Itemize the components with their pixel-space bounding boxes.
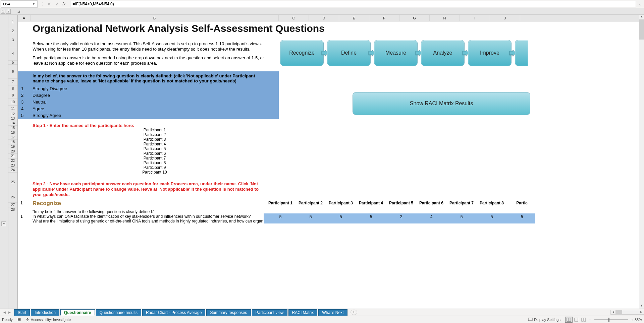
- row-header-10[interactable]: 10: [8, 99, 17, 106]
- participant-name-3[interactable]: Participant 3: [31, 137, 279, 142]
- col-header-G[interactable]: G: [399, 15, 430, 21]
- tab-prev-icon[interactable]: ►: [8, 310, 11, 314]
- process-step-measure[interactable]: Measure: [374, 40, 418, 66]
- response-value-7[interactable]: 5: [446, 214, 477, 219]
- tab-raci-matrix[interactable]: RACI Matrix: [288, 309, 318, 316]
- page-layout-view-icon[interactable]: [573, 317, 580, 323]
- zoom-slider[interactable]: [594, 319, 628, 320]
- zoom-level[interactable]: 85%: [635, 318, 642, 322]
- scroll-right-icon[interactable]: ►: [639, 310, 644, 314]
- row-header-4[interactable]: 4: [8, 47, 17, 61]
- row-header-5[interactable]: 5: [8, 61, 17, 65]
- row-header-22[interactable]: 22: [8, 158, 17, 163]
- participant-name-9[interactable]: Participant 9: [31, 165, 279, 170]
- accept-icon[interactable]: ✓: [54, 1, 60, 7]
- response-value-2[interactable]: 5: [296, 214, 326, 219]
- col-header-A[interactable]: A: [18, 15, 31, 21]
- process-step-next[interactable]: [515, 40, 528, 66]
- tab-first-icon[interactable]: ◄: [3, 310, 6, 314]
- fx-icon[interactable]: fx: [62, 2, 65, 6]
- row-header-26[interactable]: 26: [8, 192, 17, 203]
- horizontal-scroll-thumb[interactable]: [615, 310, 622, 314]
- show-raci-matrix-button[interactable]: Show RACI Matrix Results: [353, 92, 530, 115]
- tab-questionnaire-results[interactable]: Questionnaire results: [96, 309, 141, 316]
- row-header-17[interactable]: 17: [8, 135, 17, 140]
- tab-summary-responses[interactable]: Summary responses: [206, 309, 251, 316]
- scroll-left-icon[interactable]: ◄: [611, 310, 615, 314]
- row-header-18[interactable]: 18: [8, 140, 17, 144]
- process-step-analyze[interactable]: Analyze: [421, 40, 465, 66]
- select-all-triangle[interactable]: ◢: [17, 9, 20, 13]
- display-settings-button[interactable]: Display Settings: [528, 318, 560, 322]
- row-header-12[interactable]: 12: [8, 112, 17, 116]
- zoom-out-button[interactable]: −: [589, 318, 591, 322]
- row-header-28[interactable]: 28: [8, 207, 17, 212]
- response-value-4[interactable]: 5: [356, 214, 386, 219]
- participant-name-5[interactable]: Participant 5: [31, 146, 279, 151]
- col-header-H[interactable]: H: [430, 15, 460, 21]
- zoom-in-button[interactable]: +: [631, 318, 633, 322]
- scroll-down-icon[interactable]: ▼: [639, 304, 644, 309]
- process-step-recognize[interactable]: Recognize: [280, 40, 324, 66]
- process-step-define[interactable]: Define: [327, 40, 371, 66]
- row-header-16[interactable]: 16: [8, 130, 17, 135]
- tab-radar-chart-process-average[interactable]: Radar Chart - Process Average: [142, 309, 206, 316]
- new-sheet-button[interactable]: +: [351, 310, 357, 315]
- accessibility-status[interactable]: Accessibility: Investigate: [25, 318, 71, 322]
- tab-start[interactable]: Start: [14, 309, 30, 316]
- outline-collapse-button[interactable]: −: [1, 221, 6, 226]
- vertical-scroll-thumb[interactable]: [639, 19, 644, 40]
- row-header-3[interactable]: 3: [8, 33, 17, 47]
- outline-level-2[interactable]: 2: [6, 9, 11, 14]
- response-value-1[interactable]: 5: [265, 214, 296, 219]
- expand-formula-icon[interactable]: ⌄: [636, 2, 644, 6]
- row-header-25[interactable]: 25: [8, 173, 17, 192]
- response-value-9[interactable]: 5: [507, 214, 537, 219]
- participant-name-7[interactable]: Participant 7: [31, 156, 279, 160]
- tab-introduction[interactable]: Introduction: [31, 309, 59, 316]
- col-header-C[interactable]: C: [279, 15, 309, 21]
- row-header-7[interactable]: 7: [8, 79, 17, 85]
- scroll-up-icon[interactable]: ▲: [639, 15, 644, 19]
- tab-what-s-next[interactable]: What's Next: [318, 309, 347, 316]
- row-header-14[interactable]: 14: [8, 121, 17, 126]
- row-header-13[interactable]: 13: [8, 116, 17, 121]
- participant-name-10[interactable]: Participant 10: [31, 170, 279, 175]
- macro-record-icon[interactable]: ▦: [17, 317, 21, 322]
- row-header-11[interactable]: 11: [8, 106, 17, 112]
- row-header-1[interactable]: 1: [8, 15, 17, 29]
- col-header-E[interactable]: E: [339, 15, 369, 21]
- participant-name-2[interactable]: Participant 2: [31, 132, 279, 137]
- response-value-3[interactable]: 5: [326, 214, 356, 219]
- col-header-B[interactable]: B: [31, 15, 279, 21]
- horizontal-scrollbar[interactable]: ◄ ►: [610, 310, 644, 315]
- page-break-view-icon[interactable]: [580, 317, 587, 323]
- participant-name-6[interactable]: Participant 6: [31, 151, 279, 156]
- outline-level-1[interactable]: 1: [1, 9, 5, 14]
- col-header-I[interactable]: I: [460, 15, 490, 21]
- vertical-scrollbar[interactable]: ▲ ▼: [639, 15, 644, 309]
- row-header-2[interactable]: 2: [8, 29, 17, 33]
- row-header-9[interactable]: 9: [8, 92, 17, 99]
- row-header-24[interactable]: 24: [8, 168, 17, 173]
- tab-questionnaire[interactable]: Questionnaire: [60, 309, 95, 316]
- normal-view-icon[interactable]: [565, 317, 573, 323]
- chevron-down-icon[interactable]: ▼: [32, 2, 35, 6]
- participant-name-4[interactable]: Participant 4: [31, 142, 279, 146]
- row-header-27[interactable]: 27: [8, 203, 17, 207]
- row-header-20[interactable]: 20: [8, 149, 17, 154]
- row-header-23[interactable]: 23: [8, 163, 17, 168]
- col-header-J[interactable]: J: [490, 15, 520, 21]
- participant-name-1[interactable]: Participant 1: [31, 128, 279, 132]
- response-value-6[interactable]: 4: [416, 214, 446, 219]
- row-header-19[interactable]: 19: [8, 144, 17, 149]
- response-value-8[interactable]: 5: [477, 214, 507, 219]
- process-step-improve[interactable]: Improve: [468, 40, 512, 66]
- row-header-6[interactable]: 6: [8, 65, 17, 79]
- sheet-body[interactable]: Organizational Network Analysis Self-Ass…: [18, 21, 644, 309]
- col-header-F[interactable]: F: [369, 15, 399, 21]
- formula-input[interactable]: =IF(N54>0,M54/N54,0): [70, 1, 636, 7]
- row-header-21[interactable]: 21: [8, 154, 17, 158]
- row-header-15[interactable]: 15: [8, 126, 17, 130]
- tab-participant-view[interactable]: Participant view: [252, 309, 287, 316]
